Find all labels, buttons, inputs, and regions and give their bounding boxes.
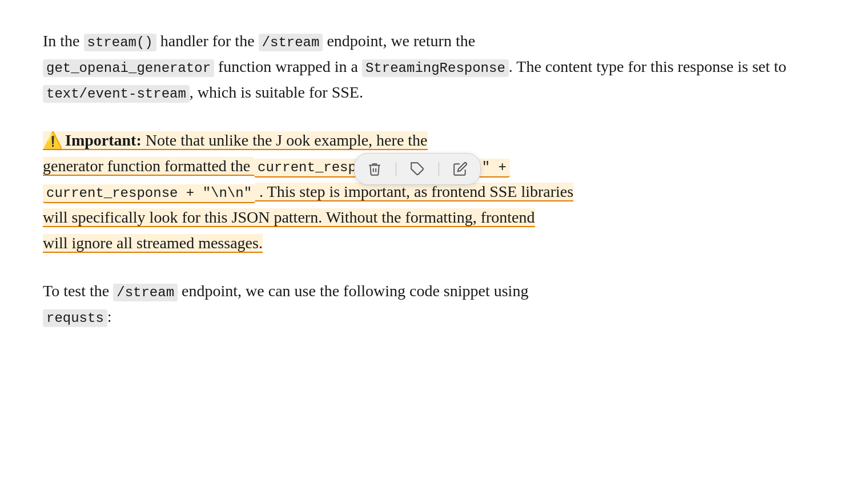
text-wrapped: function wrapped in a bbox=[214, 58, 362, 75]
warning-icon: ⚠️ bbox=[43, 131, 63, 149]
text-endpoint: endpoint, we return the bbox=[323, 32, 475, 50]
to-test-text: To test the bbox=[43, 282, 113, 300]
text-handler: handler for the bbox=[156, 32, 259, 50]
code-data-format2: current_response + "\n\n" bbox=[43, 184, 255, 203]
text-sse-end: , which is suitable for SSE. bbox=[190, 83, 363, 101]
important-text-4: will specifically look for this JSON pat… bbox=[43, 208, 535, 227]
text-content-type-prefix: . The content type for this response is … bbox=[509, 58, 786, 75]
important-text-5: will ignore all streamed messages. bbox=[43, 234, 263, 253]
important-text-3: . This step is important, as frontend SS… bbox=[255, 183, 573, 201]
code-stream-endpoint: /stream bbox=[259, 34, 323, 51]
delete-button[interactable] bbox=[365, 159, 384, 179]
floating-toolbar bbox=[354, 153, 481, 185]
paragraph-2: ⚠️Important: Note that unlike the J ook … bbox=[43, 128, 825, 256]
toolbar-divider-2 bbox=[439, 162, 439, 176]
code-generator: get_openai_generator bbox=[43, 59, 214, 77]
tag-button[interactable] bbox=[408, 159, 427, 179]
code-content-type: text/event-stream bbox=[43, 85, 190, 103]
tag-icon bbox=[410, 162, 425, 176]
generator-text: generator function formatted the bbox=[43, 157, 254, 176]
colon-text: : bbox=[107, 308, 112, 325]
trash-icon bbox=[367, 162, 382, 176]
paragraph-1: In the stream() handler for the /stream … bbox=[43, 29, 825, 105]
paragraph-1-text: In the stream() handler for the /stream … bbox=[43, 29, 825, 105]
code-requsts: requsts bbox=[43, 309, 107, 327]
text-before-stream: In the bbox=[43, 32, 84, 50]
code-streaming-response: StreamingResponse bbox=[362, 59, 509, 77]
edit-button[interactable] bbox=[451, 159, 470, 179]
important-text-2: ook example, here the bbox=[286, 131, 427, 150]
important-label: Important: bbox=[65, 131, 142, 149]
paragraph-3-text: To test the /stream endpoint, we can use… bbox=[43, 279, 825, 330]
edit-icon bbox=[453, 162, 468, 176]
important-text-1: Note that unlike the J bbox=[142, 131, 283, 149]
code-stream-p3: /stream bbox=[113, 284, 178, 301]
paragraph-3: To test the /stream endpoint, we can use… bbox=[43, 279, 825, 330]
endpoint-text: endpoint, we can use the following code … bbox=[178, 282, 528, 300]
important-paragraph: ⚠️Important: Note that unlike the J ook … bbox=[43, 128, 825, 256]
toolbar-divider-1 bbox=[396, 162, 396, 176]
code-stream: stream() bbox=[84, 34, 156, 51]
